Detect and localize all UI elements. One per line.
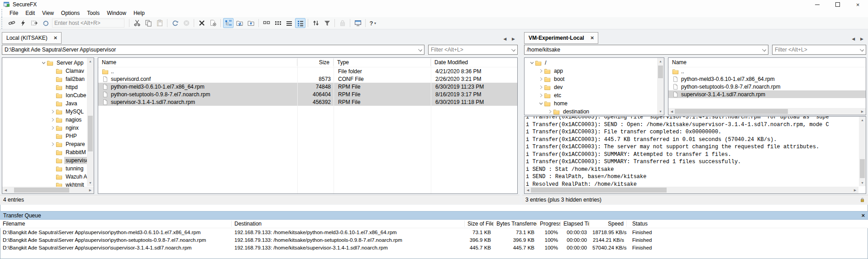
remote-path-combo[interactable] bbox=[524, 45, 768, 55]
chevron-down-icon[interactable] bbox=[538, 101, 544, 107]
sort-button[interactable] bbox=[310, 18, 321, 28]
file-row-supervisor-3-1-4-1-sdl7-noarch-rpm[interactable]: supervisor-3.1.4-1.sdl7.noarch.rpm456392… bbox=[98, 98, 517, 106]
scroll-down-icon[interactable]: ▼ bbox=[657, 108, 664, 115]
new-tab-button[interactable] bbox=[29, 18, 39, 28]
tab-remote[interactable]: VM-Experiment-Local × bbox=[524, 32, 598, 44]
help-button[interactable]: ?▼ bbox=[368, 18, 378, 28]
column-header-type[interactable]: Type bbox=[334, 59, 431, 66]
local-filter-combo[interactable] bbox=[428, 45, 518, 55]
remote-filter-input[interactable] bbox=[773, 47, 858, 53]
session-options-button[interactable] bbox=[353, 18, 363, 28]
file-properties-button[interactable] bbox=[208, 18, 218, 28]
upload-folder-button[interactable] bbox=[246, 18, 256, 28]
local-tree-item-wkhtmlt[interactable]: wkhtmlt bbox=[2, 181, 87, 187]
tab-local[interactable]: Local (KITSAKE) × bbox=[2, 32, 62, 44]
chevron-down-icon[interactable] bbox=[529, 60, 535, 66]
column-header-speed[interactable]: Speed bbox=[590, 221, 627, 227]
local-tree-item-wazuh-a[interactable]: Wazuh A bbox=[2, 173, 87, 181]
column-header-progress[interactable]: Progress bbox=[537, 221, 561, 227]
remote-tree-item-app[interactable]: app bbox=[525, 67, 657, 75]
remote-tree-item-dev[interactable]: dev bbox=[525, 83, 657, 91]
remote-list-horizontal-scrollbar[interactable]: ◀ ▶ bbox=[668, 108, 866, 115]
connect-button[interactable] bbox=[6, 18, 17, 28]
file-row-supervisord-conf[interactable]: supervisord.conf8573CONF File2/26/2020 3… bbox=[98, 75, 517, 83]
column-header-status[interactable]: Status bbox=[627, 221, 868, 227]
chevron-down-icon[interactable] bbox=[41, 60, 47, 66]
local-tree-item-supervisor[interactable]: supervisor bbox=[2, 156, 87, 165]
local-filter-input[interactable] bbox=[429, 47, 510, 53]
local-tree-item-java[interactable]: Java bbox=[2, 99, 87, 108]
scroll-down-icon[interactable]: ▼ bbox=[859, 179, 866, 186]
local-tree-item-nagios[interactable]: nagios bbox=[2, 116, 87, 124]
scroll-left-icon[interactable]: ◀ bbox=[2, 187, 9, 193]
remote-tree-item-home[interactable]: home bbox=[525, 99, 657, 108]
remote-tree-item-item[interactable]: / bbox=[525, 59, 657, 67]
scroll-up-icon[interactable]: ▲ bbox=[657, 58, 664, 65]
remote-filter-combo[interactable] bbox=[772, 45, 866, 55]
scroll-right-icon[interactable]: ▶ bbox=[859, 108, 866, 115]
tree-view-button[interactable] bbox=[223, 18, 234, 28]
file-row-python-setuptools-0-9-8-7-el7-noarch-rpm[interactable]: python-setuptools-0.9.8-7.el7.noarch.rpm bbox=[668, 83, 866, 90]
remote-pane-splitter[interactable] bbox=[664, 57, 668, 115]
copy-button[interactable] bbox=[143, 18, 153, 28]
queue-row[interactable]: D:\Bangkit Ade Saputra\Server App\superv… bbox=[0, 244, 868, 251]
column-header-destination[interactable]: Destination bbox=[232, 221, 465, 227]
local-tree-item-php[interactable]: PHP bbox=[2, 132, 87, 140]
menu-help[interactable]: Help bbox=[130, 10, 148, 16]
scroll-up-icon[interactable]: ▲ bbox=[859, 117, 866, 123]
reconnect-button[interactable] bbox=[40, 18, 51, 28]
scroll-right-icon[interactable]: ▶ bbox=[87, 187, 94, 193]
tab-scroll-right-icon[interactable]: ▶ bbox=[860, 37, 863, 41]
file-row-python-setuptools-0-9-8-7-el7-noarch-rpm[interactable]: python-setuptools-0.9.8-7.el7.noarch.rpm… bbox=[98, 90, 517, 98]
column-header-bytes-transferred[interactable]: Bytes Transferred bbox=[494, 221, 537, 227]
menu-options[interactable]: Options bbox=[57, 10, 83, 16]
column-header-filename[interactable]: Filename bbox=[0, 221, 232, 227]
small-icons-view-button[interactable] bbox=[272, 18, 283, 28]
chevron-down-icon[interactable] bbox=[417, 45, 424, 54]
menu-edit[interactable]: Edit bbox=[22, 10, 38, 16]
host-input[interactable] bbox=[52, 19, 124, 28]
cut-button[interactable] bbox=[132, 18, 142, 28]
menu-window[interactable]: Window bbox=[103, 10, 130, 16]
menu-grip[interactable] bbox=[1, 9, 5, 17]
refresh-button[interactable] bbox=[170, 18, 180, 28]
file-row-python-meld3-0-6-10-1-el7-x86-64-rpm[interactable]: python-meld3-0.6.10-1.el7.x86_64.rpm bbox=[668, 75, 866, 83]
tab-close-icon[interactable]: × bbox=[591, 36, 594, 40]
queue-row[interactable]: D:\Bangkit Ade Saputra\Server App\superv… bbox=[0, 236, 868, 244]
tab-scroll-right-icon[interactable]: ▶ bbox=[512, 37, 515, 41]
remote-tree-item-destination[interactable]: destination bbox=[525, 108, 657, 115]
delete-button[interactable] bbox=[196, 18, 207, 28]
chevron-down-icon[interactable] bbox=[510, 45, 517, 54]
stop-button[interactable] bbox=[181, 18, 191, 28]
tab-close-icon[interactable]: × bbox=[54, 36, 57, 40]
scroll-left-icon[interactable]: ◀ bbox=[668, 108, 675, 115]
file-row-supervisor-3-1-4-1-sdl7-noarch-rpm[interactable]: supervisor-3.1.4-1.sdl7.noarch.rpm bbox=[668, 90, 866, 98]
minimize-button[interactable] bbox=[807, 0, 827, 9]
queue-row[interactable]: D:\Bangkit Ade Saputra\Server App\superv… bbox=[0, 228, 868, 236]
file-row-python-meld3-0-6-10-1-el7-x86-64-rpm[interactable]: python-meld3-0.6.10-1.el7.x86_64.rpm7484… bbox=[98, 83, 517, 90]
toolbar-grip[interactable] bbox=[1, 17, 5, 29]
scroll-down-icon[interactable]: ▼ bbox=[87, 179, 94, 186]
quick-connect-button[interactable] bbox=[18, 18, 28, 28]
chevron-right-icon[interactable] bbox=[50, 141, 56, 147]
tab-scroll-left-icon[interactable]: ◀ bbox=[852, 37, 855, 41]
local-pane-splitter[interactable] bbox=[94, 57, 98, 194]
details-view-button[interactable] bbox=[295, 18, 305, 28]
close-button[interactable]: × bbox=[848, 0, 868, 9]
lock-button[interactable] bbox=[337, 18, 348, 28]
large-icons-view-button[interactable] bbox=[261, 18, 272, 28]
local-tree-item-nginx[interactable]: nginx bbox=[2, 124, 87, 132]
remote-tree-vertical-scrollbar[interactable]: ▲ ▼ bbox=[657, 58, 664, 115]
local-tree-item-prepare[interactable]: Prepare bbox=[2, 140, 87, 148]
column-header-name[interactable]: Name bbox=[98, 59, 297, 66]
synchronize-button[interactable] bbox=[234, 18, 245, 28]
column-header-size[interactable]: Size bbox=[297, 59, 334, 66]
scroll-left-icon[interactable]: ◀ bbox=[525, 187, 531, 193]
local-tree-item-mysql[interactable]: MySQL bbox=[2, 108, 87, 116]
list-view-button[interactable] bbox=[284, 18, 294, 28]
local-path-combo[interactable] bbox=[2, 45, 424, 55]
local-tree-item-server-app[interactable]: Server App bbox=[2, 59, 87, 67]
chevron-down-icon[interactable] bbox=[761, 45, 768, 54]
local-tree-item-tunning[interactable]: tunning bbox=[2, 165, 87, 173]
tab-scroll-left-icon[interactable]: ◀ bbox=[503, 37, 506, 41]
